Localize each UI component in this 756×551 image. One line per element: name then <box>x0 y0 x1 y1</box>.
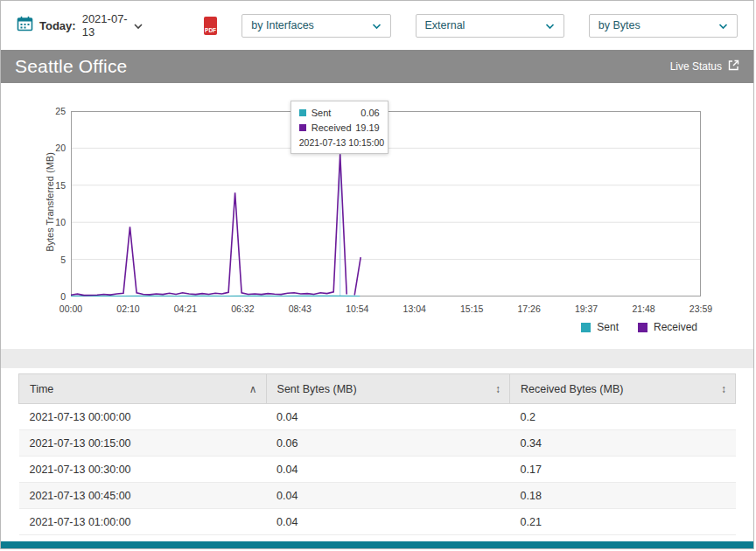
cell-time: 2021-07-13 01:00:00 <box>19 509 267 535</box>
toolbar: Today: 2021-07-13 PDF by Interfaces Exte… <box>1 1 753 50</box>
legend-item-sent: Sent <box>581 321 619 333</box>
live-status-link[interactable]: Live Status <box>670 59 739 73</box>
section-divider <box>1 349 753 368</box>
cell-sent-bytes: 0.04 <box>266 457 509 483</box>
table-header-row: Time ∧ Sent Bytes (MB) ↕ Received Bytes … <box>19 374 736 404</box>
calendar-icon <box>17 16 33 35</box>
chevron-down-icon <box>372 17 382 33</box>
x-tick-label: 23:59 <box>690 303 712 314</box>
x-tick-label: 19:37 <box>575 303 598 314</box>
cell-sent-bytes: 0.04 <box>266 509 509 535</box>
series-swatch-icon <box>299 109 306 116</box>
dropdown-value: by Interfaces <box>251 19 314 31</box>
sort-asc-icon[interactable]: ∧ <box>249 383 257 395</box>
tooltip-row: Sent0.06 <box>299 108 380 118</box>
legend-label: Sent <box>597 321 619 333</box>
x-tick-label: 02:10 <box>116 303 139 314</box>
cell-time: 2021-07-13 00:15:00 <box>19 430 267 457</box>
pdf-export-button[interactable]: PDF <box>204 17 217 35</box>
dropdown-value: by Bytes <box>598 19 640 31</box>
dropdown-interface-select[interactable]: External <box>416 14 564 38</box>
cell-received-bytes: 0.18 <box>510 483 736 509</box>
cell-sent-bytes: 0.06 <box>266 430 509 457</box>
date-picker[interactable]: Today: 2021-07-13 <box>17 12 143 38</box>
tooltip-series-label: Received <box>312 122 355 133</box>
table-row: 2021-07-13 00:00:000.040.2 <box>19 404 736 430</box>
external-link-icon <box>728 59 739 73</box>
sort-icon[interactable]: ↕ <box>721 383 726 395</box>
y-tick-label: 5 <box>1 255 66 265</box>
column-header-time[interactable]: Time ∧ <box>19 374 267 404</box>
chevron-down-icon <box>718 17 728 33</box>
cell-received-bytes: 0.2 <box>510 404 736 430</box>
series-received <box>71 154 360 295</box>
table-row: 2021-07-13 00:15:000.060.34 <box>19 430 736 457</box>
column-label: Time <box>30 383 53 395</box>
column-label: Sent Bytes (MB) <box>277 383 357 395</box>
chart-panel: Bytes Transferred (MB) Sent0.06Received1… <box>1 83 753 349</box>
sort-icon[interactable]: ↕ <box>495 383 500 395</box>
bottom-accent-bar <box>1 541 753 548</box>
page-title: Seattle Office <box>15 56 127 77</box>
legend-swatch-icon <box>638 323 648 332</box>
y-tick-label: 15 <box>1 180 66 191</box>
chart-legend: SentReceived <box>1 317 753 349</box>
legend-swatch-icon <box>581 323 591 332</box>
y-tick-label: 10 <box>1 217 66 227</box>
chart-tooltip: Sent0.06Received19.192021-07-13 10:15:00 <box>290 101 388 154</box>
dropdown-value: External <box>425 19 466 31</box>
tooltip-timestamp: 2021-07-13 10:15:00 <box>299 137 380 148</box>
chevron-down-icon <box>545 17 555 33</box>
cell-received-bytes: 0.17 <box>510 457 736 483</box>
x-tick-label: 17:26 <box>517 303 540 314</box>
x-tick-label: 10:54 <box>346 303 368 314</box>
x-tick-label: 15:15 <box>460 303 483 314</box>
data-table: Time ∧ Sent Bytes (MB) ↕ Received Bytes … <box>18 373 736 535</box>
live-status-label: Live Status <box>670 60 722 73</box>
cell-time: 2021-07-13 00:45:00 <box>19 483 267 509</box>
column-label: Received Bytes (MB) <box>521 383 623 395</box>
table-row: 2021-07-13 01:00:000.040.21 <box>19 509 736 535</box>
tooltip-series-label: Sent <box>312 108 361 118</box>
dropdown-by-interfaces[interactable]: by Interfaces <box>242 14 390 38</box>
y-tick-label: 0 <box>1 291 66 302</box>
x-tick-label: 13:04 <box>403 303 426 314</box>
y-axis-title: Bytes Transferred (MB) <box>45 109 55 295</box>
legend-item-received: Received <box>638 321 697 333</box>
x-tick-label: 06:32 <box>231 303 254 314</box>
chevron-down-icon <box>134 17 143 33</box>
cell-received-bytes: 0.34 <box>510 430 736 457</box>
tooltip-series-value: 19.19 <box>355 122 380 133</box>
cell-time: 2021-07-13 00:00:00 <box>19 404 267 430</box>
x-tick-label: 00:00 <box>60 303 82 314</box>
legend-label: Received <box>654 321 697 333</box>
x-tick-label: 08:43 <box>289 303 312 314</box>
dashboard-page: Today: 2021-07-13 PDF by Interfaces Exte… <box>0 0 754 549</box>
cell-received-bytes: 0.21 <box>510 509 736 535</box>
column-header-sent-bytes[interactable]: Sent Bytes (MB) ↕ <box>266 374 509 404</box>
date-value: 2021-07-13 <box>82 12 128 38</box>
date-label: Today: <box>39 19 76 32</box>
column-header-received-bytes[interactable]: Received Bytes (MB) ↕ <box>510 374 736 404</box>
chart-area: Bytes Transferred (MB) Sent0.06Received1… <box>1 83 753 317</box>
tooltip-series-value: 0.06 <box>360 108 379 118</box>
data-table-panel: Time ∧ Sent Bytes (MB) ↕ Received Bytes … <box>1 368 753 541</box>
cell-time: 2021-07-13 00:30:00 <box>19 457 267 483</box>
table-row: 2021-07-13 00:30:000.040.17 <box>19 457 736 483</box>
x-tick-label: 04:21 <box>174 303 197 314</box>
dropdown-by-bytes[interactable]: by Bytes <box>589 14 738 38</box>
y-tick-label: 20 <box>1 143 66 153</box>
series-swatch-icon <box>299 124 306 131</box>
cell-sent-bytes: 0.04 <box>266 404 509 430</box>
tooltip-row: Received19.19 <box>299 122 380 133</box>
section-header: Seattle Office Live Status <box>1 50 753 83</box>
table-body: 2021-07-13 00:00:000.040.22021-07-13 00:… <box>19 404 736 535</box>
x-tick-label: 21:48 <box>632 303 654 314</box>
cell-sent-bytes: 0.04 <box>266 483 509 509</box>
y-tick-label: 25 <box>1 106 66 116</box>
table-row: 2021-07-13 00:45:000.040.18 <box>19 483 736 509</box>
